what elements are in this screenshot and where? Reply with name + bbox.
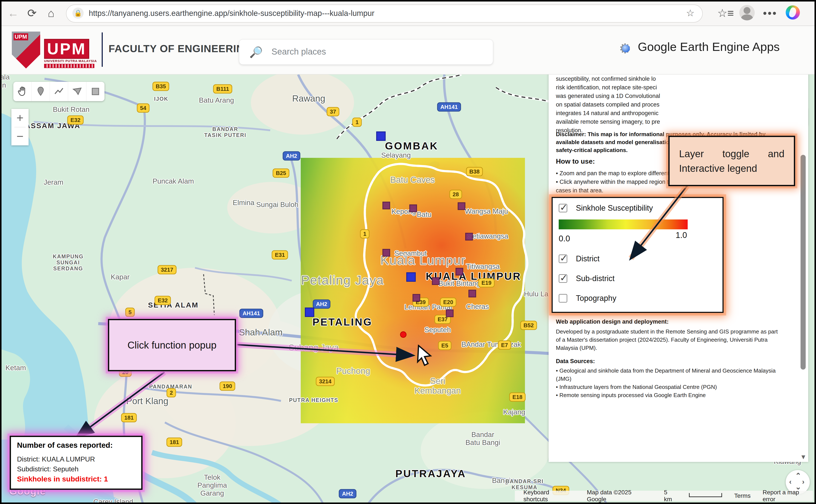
address-bar[interactable]: 🔒 https://tanyaneng.users.earthengine.ap… (66, 5, 703, 23)
cases-popup-district: District: KUALA LUMPUR (17, 454, 135, 464)
home-icon[interactable]: ⌂ (48, 6, 54, 20)
cases-popup-title: Number of cases reported: (17, 441, 135, 449)
legend-annotation-word: toggle (722, 148, 749, 160)
legend-row: Sinkhole Susceptibility (559, 204, 653, 213)
rectangle-tool[interactable] (86, 82, 104, 101)
deployment-title: Web application design and deployment: (556, 318, 788, 325)
app-header: UPM UNIVERSITI PUTRA MALAYSIA FACULTY OF… (2, 26, 814, 75)
browser-toolbar: ← ⟳ ⌂ 🔒 https://tanyaneng.users.eartheng… (2, 2, 814, 26)
data-source-item: Infrastructure layers from the National … (556, 383, 782, 391)
legend-checkbox[interactable] (559, 294, 567, 303)
report-error-link[interactable]: Report a map error (763, 489, 813, 503)
polygon-tool[interactable] (68, 82, 86, 101)
scale-bar (689, 493, 722, 497)
info-panel: awareness, urban planning, and academic … (548, 63, 808, 462)
legend-label: Topography (576, 294, 616, 303)
earth-engine-gear-icon: ⚙ (619, 41, 633, 56)
keyboard-shortcuts-link[interactable]: Keyboard shortcuts (523, 489, 575, 503)
panel-intro-line: integrates 14 natural and anthropogenic (556, 109, 788, 117)
scrollbar-thumb[interactable] (801, 155, 806, 370)
sources-title: Data Sources: (556, 358, 788, 365)
pan-up-icon[interactable]: ⌃ (795, 471, 801, 480)
gradient-min-label: 0.0 (559, 234, 570, 243)
legend-checkbox[interactable] (559, 274, 567, 283)
panel-intro-line: was generated using a 1D Convolutional (556, 92, 788, 100)
data-source-item: Remote sensing inputs processed via Goog… (556, 391, 782, 399)
site-info-icon[interactable]: 🔒 (72, 8, 84, 19)
upm-logo-bar (44, 64, 94, 68)
deployment-text: Developed by a postgraduate student in t… (556, 327, 784, 352)
panel-intro-line: available remote sensing imagery, to pre (556, 117, 788, 126)
favorite-star-icon[interactable]: ☆ (686, 8, 695, 18)
faculty-title: FACULTY OF ENGINEERING (108, 43, 252, 55)
pan-hand-tool[interactable] (13, 82, 32, 101)
popup-annotation-text: Click function popup (127, 339, 217, 351)
upm-logo-subtext: UNIVERSITI PUTRA MALAYSIA (44, 59, 97, 63)
panel-intro-line: on spatial datasets compiled and proces (556, 100, 788, 109)
legend-annotation-line2: Interactive legend (679, 163, 784, 174)
legend-annotation-box: Layertoggleand Interactive legend (668, 136, 795, 186)
legend-label: District (576, 254, 599, 263)
favorites-list-icon[interactable]: ☆≡ (717, 6, 734, 20)
drawing-toolbar (13, 82, 104, 101)
pan-left-icon[interactable]: ‹ (789, 477, 792, 486)
cases-popup-subdistrict: Subdistrict: Seputeh (17, 464, 135, 474)
popup-annotation-box: Click function popup (108, 319, 236, 371)
legend-box: 0.0 1.0 Sinkhole SusceptibilityDistrictS… (551, 197, 724, 313)
upm-logo-text: UPM (44, 39, 89, 59)
zoom-control: + − (11, 109, 29, 145)
panel-intro-text: awareness, urban planning, and academic … (556, 66, 788, 135)
url-text[interactable]: https://tanyaneng.users.earthengine.app/… (89, 9, 374, 18)
search-placeholder: Search places (272, 47, 326, 56)
gee-title: Google Earth Engine Apps (638, 40, 780, 54)
zoom-in-button[interactable]: + (11, 109, 29, 127)
legend-checkbox[interactable] (559, 254, 567, 263)
header-divider (102, 32, 103, 67)
cursor-icon (416, 345, 433, 366)
gradient-max-label: 1.0 (676, 231, 687, 240)
zoom-out-button[interactable]: − (11, 127, 29, 145)
map-attribution-bar: Keyboard shortcuts Map data ©2025 Google… (515, 491, 813, 501)
search-icon: 🔍 (250, 46, 263, 58)
polyline-tool[interactable] (50, 82, 68, 101)
data-source-item: Geological and sinkhole data from the De… (556, 367, 782, 383)
terms-link[interactable]: Terms (734, 492, 750, 499)
marker-tool[interactable] (32, 82, 50, 101)
browser-menu-icon[interactable]: ••• (763, 6, 777, 20)
legend-annotation-word: Layer (679, 148, 704, 160)
legend-row: District (559, 254, 599, 263)
cases-popup: Number of cases reported: District: KUAL… (10, 436, 142, 490)
scale-text: 5 km (664, 489, 677, 503)
legend-label: Sub-district (576, 274, 615, 283)
panel-intro-line: risk identification, not replace site-sp… (556, 83, 788, 92)
reload-icon[interactable]: ⟳ (27, 6, 37, 20)
map-data-text: Map data ©2025 Google (587, 489, 652, 503)
sources-list: Geological and sinkhole data from the De… (556, 367, 782, 399)
back-icon[interactable]: ← (8, 6, 19, 20)
panel-intro-line: susceptibility, not confirmed sinkhole l… (556, 75, 788, 83)
cases-popup-count: Sinkholes in subdistrict: 1 (17, 475, 135, 483)
pan-right-icon[interactable]: › (802, 477, 804, 486)
susceptibility-gradient-bar (559, 219, 688, 229)
legend-row: Sub-district (559, 274, 615, 283)
profile-avatar[interactable] (739, 5, 755, 20)
search-box[interactable]: 🔍 Search places (239, 39, 493, 65)
copilot-icon[interactable] (786, 5, 800, 20)
browser-window: ← ⟳ ⌂ 🔒 https://tanyaneng.users.eartheng… (0, 0, 816, 504)
legend-annotation-word: and (768, 148, 784, 160)
legend-checkbox[interactable] (559, 204, 567, 212)
panel-scrollbar[interactable]: ▲ ▼ (800, 65, 807, 461)
scroll-down-icon[interactable]: ▼ (800, 453, 807, 461)
legend-label: Sinkhole Susceptibility (576, 204, 653, 213)
legend-row: Topography (559, 294, 616, 303)
legend-annotation-line1: Layertoggleand (679, 148, 784, 160)
upm-shield-icon (12, 32, 40, 69)
upm-logo: UPM UNIVERSITI PUTRA MALAYSIA (12, 32, 98, 69)
